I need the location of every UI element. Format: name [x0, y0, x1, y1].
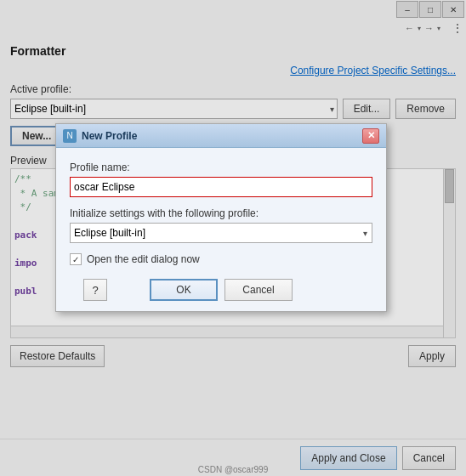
dialog-title: New Profile — [82, 130, 362, 142]
dialog-icon-label: N — [66, 131, 72, 140]
profile-name-input[interactable] — [70, 177, 372, 197]
dialog-body: Profile name: Initialize settings with t… — [56, 148, 386, 311]
init-profile-select-wrapper: Eclipse [built-in] ▾ — [70, 223, 372, 243]
main-panel: – □ ✕ ← ▾ → ▾ ⋮ Formatter Configure Proj… — [0, 0, 466, 476]
dialog-help-button[interactable]: ? — [83, 279, 107, 301]
dialog-close-button[interactable]: ✕ — [362, 128, 379, 144]
dialog-titlebar: N New Profile ✕ — [56, 124, 386, 148]
dialog-cancel-button[interactable]: Cancel — [224, 279, 293, 301]
profile-name-label: Profile name: — [70, 162, 372, 173]
open-edit-dialog-label: Open the edit dialog now — [87, 253, 200, 265]
init-profile-select[interactable]: Eclipse [built-in] — [70, 223, 372, 243]
open-edit-dialog-checkbox[interactable]: ✓ — [70, 253, 82, 265]
init-settings-label: Initialize settings with the following p… — [70, 207, 372, 219]
new-profile-dialog: N New Profile ✕ Profile name: Initialize… — [55, 123, 387, 312]
dialog-button-area: ? OK Cancel — [70, 279, 372, 301]
open-edit-dialog-row: ✓ Open the edit dialog now — [70, 253, 372, 265]
dialog-ok-button[interactable]: OK — [150, 279, 218, 301]
dialog-icon: N — [63, 129, 77, 143]
